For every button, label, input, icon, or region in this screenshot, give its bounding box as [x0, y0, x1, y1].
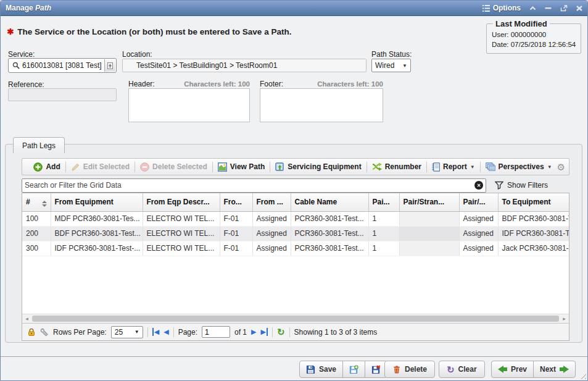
service-label: Service: [8, 50, 35, 59]
cell: 100 [22, 211, 51, 226]
column-header[interactable]: Fro... [220, 193, 252, 211]
save-add-button[interactable] [342, 361, 365, 378]
table-row[interactable]: 100MDF PCR360-3081-Tes...ELECTRO WI TEL.… [22, 211, 569, 226]
tab-path-legs[interactable]: Path Legs [13, 137, 65, 153]
report-button[interactable]: Report ▼ [432, 162, 475, 172]
column-header[interactable]: # [22, 193, 51, 211]
prev-page-icon[interactable]: ◀ [164, 328, 168, 336]
save-button[interactable]: Save [299, 361, 343, 378]
refresh-icon[interactable]: ↻ [277, 327, 285, 337]
clear-button[interactable]: ↻ Clear [439, 361, 485, 378]
save-add-icon [349, 365, 358, 374]
column-header[interactable]: From Eqp Descr... [143, 193, 220, 211]
column-header[interactable]: Cable Name [291, 193, 368, 211]
view-path-icon [218, 162, 227, 172]
chevron-down-icon: ▼ [135, 329, 139, 335]
filter-funnel-icon [495, 181, 503, 190]
edit-selected-button[interactable]: Edit Selected [71, 162, 130, 172]
last-page-icon[interactable]: ▶ [261, 328, 268, 336]
delete-button[interactable]: Delete [384, 361, 435, 378]
last-modified-panel: Last Modified User: 000000000 Date: 07/2… [486, 19, 581, 54]
cell: PCR360-3081-Test... [291, 226, 368, 241]
horizontal-scrollbar[interactable]: ◂ ▸ [22, 314, 569, 323]
next-button[interactable]: Next [533, 361, 576, 378]
arrow-right-icon [560, 366, 569, 373]
lock-icon[interactable] [27, 328, 36, 337]
location-field[interactable]: TestSite01 > TestBuilding01 > TestRoom01 [122, 59, 366, 72]
path-status-select[interactable]: Wired ▼ [371, 59, 411, 72]
column-header[interactable]: From Equipment [51, 193, 143, 211]
page-of: of 1 [234, 328, 247, 337]
column-header[interactable]: Pai... [368, 193, 399, 211]
show-filters-button[interactable]: Show Filters [495, 181, 548, 190]
first-page-icon[interactable]: ◀ [152, 328, 159, 336]
path-legs-panel: Add Edit Selected Delete Selected View P… [5, 144, 582, 343]
chevron-down-icon: ▼ [470, 164, 475, 170]
footer-textarea[interactable] [260, 88, 383, 122]
add-icon [33, 162, 43, 172]
column-header[interactable]: Pair/... [459, 193, 498, 211]
shuffle-icon [372, 162, 382, 171]
options-button[interactable]: Options [482, 4, 521, 12]
cell: Assigned [459, 211, 498, 226]
trash-icon [392, 365, 401, 374]
column-header[interactable]: To Equipment [498, 193, 569, 211]
view-path-button[interactable]: View Path [218, 162, 265, 172]
window-title: Manage Path [6, 4, 51, 12]
next-page-icon[interactable]: ▶ [251, 328, 256, 336]
search-input[interactable] [25, 181, 474, 190]
cell: ELECTRO WI TEL... [143, 211, 220, 226]
rows-per-page-select[interactable]: 25 ▼ [111, 326, 143, 338]
required-notice: ✱The Service or the Location (or both) m… [7, 27, 291, 36]
header-chars-left: Characters left: 100 [184, 80, 250, 88]
perspectives-button[interactable]: Perspectives ▼ [486, 162, 552, 171]
gear-icon[interactable]: ⚙ [557, 162, 565, 172]
close-icon[interactable] [576, 6, 582, 11]
sort-icon[interactable] [42, 201, 47, 207]
table-row[interactable]: 300IDF PCR360-3081-Test-...ELECTRO WI TE… [22, 241, 569, 256]
scroll-right-icon[interactable]: ▸ [560, 314, 569, 323]
search-icon [12, 62, 20, 69]
reference-input[interactable] [8, 88, 117, 101]
popout-icon[interactable] [560, 5, 568, 12]
column-header[interactable]: From ... [252, 193, 291, 211]
rows-per-page-label: Rows Per Page: [53, 328, 107, 337]
cell: F-01 [220, 241, 252, 256]
footer-chars-left: Characters left: 100 [317, 80, 383, 88]
service-field[interactable]: 6160013081 [3081 Test] [8, 58, 117, 73]
scrollbar-thumb[interactable] [32, 316, 559, 322]
cell: BDF PCR360-3081-Test... [51, 226, 143, 241]
report-icon [432, 162, 440, 172]
service-value: 6160013081 [3081 Test] [22, 61, 104, 70]
delete-selected-button[interactable]: Delete Selected [140, 162, 207, 172]
minimize-icon[interactable] [545, 6, 552, 10]
last-modified-user: User: 000000000 [492, 30, 576, 40]
service-lookup-button[interactable] [104, 59, 115, 72]
clear-search-icon[interactable]: ✕ [474, 181, 483, 190]
cell: IDF PCR360-3081-Test-... [51, 241, 143, 256]
wrench-icon[interactable] [40, 328, 49, 337]
resize-grip[interactable] [579, 372, 586, 379]
column-header[interactable]: Pair/Stran... [399, 193, 459, 211]
clear-arrows-icon: ↻ [447, 365, 455, 374]
cell [399, 241, 459, 256]
cell: Assigned [252, 211, 291, 226]
add-button[interactable]: Add [33, 162, 60, 172]
cell: PCR360-3081-Test... [291, 241, 368, 256]
page-input[interactable] [202, 326, 230, 338]
table-row[interactable]: 200BDF PCR360-3081-Test...ELECTRO WI TEL… [22, 226, 569, 241]
header-textarea[interactable] [128, 88, 250, 122]
cell: Jack PCR360-3081-T [498, 241, 569, 256]
collapse-icon[interactable] [529, 6, 536, 10]
titlebar: Manage Path Options [1, 1, 587, 16]
prev-button[interactable]: Prev [491, 361, 534, 378]
pager-summary: Showing 1 to 3 of 3 items [294, 328, 378, 337]
arrow-left-icon [498, 366, 507, 373]
reference-label: Reference: [8, 80, 44, 89]
save-icon [306, 365, 315, 374]
servicing-equipment-button[interactable]: Servicing Equipment [275, 162, 361, 172]
renumber-button[interactable]: Renumber [372, 162, 421, 171]
cell: 200 [22, 226, 51, 241]
grid-toolbar: Add Edit Selected Delete Selected View P… [22, 158, 569, 175]
scroll-left-icon[interactable]: ◂ [22, 314, 31, 323]
